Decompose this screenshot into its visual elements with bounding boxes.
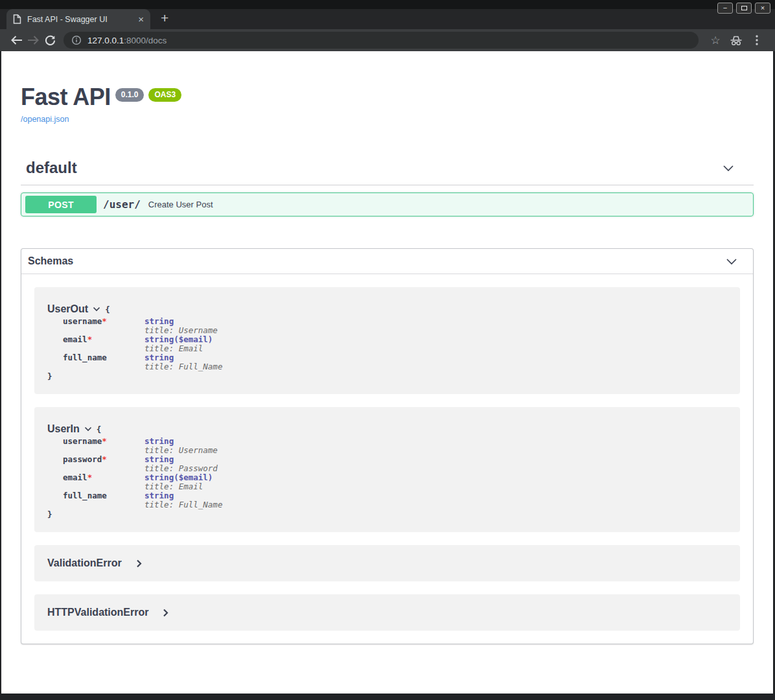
page-info-icon[interactable] — [71, 35, 82, 45]
tab-title: Fast API - Swagger UI — [27, 15, 132, 24]
model-validationerror[interactable]: ValidationError — [34, 545, 740, 581]
close-icon: × — [761, 5, 765, 12]
property-row: email* string($email)title: Email — [47, 473, 222, 491]
model-userin-header[interactable]: UserIn { — [47, 423, 727, 435]
reload-icon[interactable] — [41, 35, 58, 46]
schemas-title: Schemas — [28, 255, 73, 267]
property-name: username — [63, 316, 102, 326]
chevron-down-icon[interactable] — [726, 258, 737, 265]
model-properties: username* stringtitle: Username password… — [47, 437, 222, 509]
incognito-icon — [726, 35, 746, 46]
new-tab-button[interactable]: + — [161, 10, 168, 26]
model-userout-header[interactable]: UserOut { — [47, 303, 727, 315]
property-name: full_name — [63, 491, 107, 500]
oas3-badge: OAS3 — [148, 88, 181, 102]
window-titlebar: − × — [0, 0, 775, 9]
property-name: full_name — [63, 353, 107, 362]
tag-title: default — [26, 159, 77, 177]
schemas-header[interactable]: Schemas — [21, 249, 753, 274]
property-name: email — [63, 334, 87, 344]
operation-path: /user/ — [103, 198, 141, 211]
property-row: full_name stringtitle: Full_Name — [47, 353, 222, 371]
forward-icon[interactable] — [25, 35, 41, 45]
open-brace: { — [105, 305, 110, 314]
property-type: string($email) — [145, 335, 222, 344]
version-badge: 0.1.0 — [115, 88, 145, 102]
browser-viewport: Fast API0.1.0OAS3 /openapi.json default … — [0, 51, 775, 694]
model-userout: UserOut { username* stringtitle: Usernam… — [34, 287, 740, 394]
model-name: HTTPValidationError — [47, 607, 148, 618]
chevron-down-icon[interactable] — [84, 426, 92, 432]
tab-close-icon[interactable]: × — [138, 14, 144, 25]
property-type: string — [145, 437, 222, 446]
chevron-right-icon[interactable] — [163, 609, 168, 617]
required-star: * — [102, 316, 107, 326]
required-star: * — [102, 454, 107, 464]
model-name: UserIn — [47, 423, 80, 435]
property-row: email* string($email)title: Email — [47, 335, 222, 353]
swagger-page: Fast API0.1.0OAS3 /openapi.json default … — [1, 51, 773, 644]
api-info-section: Fast API0.1.0OAS3 /openapi.json — [21, 51, 754, 124]
property-type: string — [145, 455, 222, 464]
model-name: ValidationError — [47, 557, 122, 569]
property-type: string — [145, 491, 222, 500]
schemas-body: UserOut { username* stringtitle: Usernam… — [21, 274, 753, 644]
url-text: 127.0.0.1:8000/docs — [87, 36, 167, 45]
property-type: string — [145, 353, 222, 362]
menu-icon[interactable] — [746, 35, 767, 45]
property-title: title: Email — [145, 482, 222, 491]
model-userin: UserIn { username* stringtitle: Username… — [34, 407, 740, 532]
open-brace: { — [97, 425, 102, 434]
property-name: password — [63, 454, 102, 464]
property-title: title: Password — [145, 464, 222, 473]
maximize-button[interactable] — [736, 3, 752, 14]
property-row: username* stringtitle: Username — [47, 317, 222, 335]
document-icon — [13, 14, 21, 24]
schemas-section: Schemas UserOut { — [21, 248, 754, 644]
url-path: :8000/docs — [124, 36, 167, 45]
property-title: title: Full_Name — [145, 362, 222, 371]
required-star: * — [87, 472, 93, 482]
operation-summary: Create User Post — [148, 200, 213, 209]
minimize-icon: − — [723, 5, 727, 12]
property-title: title: Username — [145, 446, 222, 455]
post-method-button[interactable]: POST — [25, 196, 97, 213]
tag-section-default[interactable]: default — [21, 159, 754, 185]
minimize-button[interactable]: − — [717, 3, 733, 14]
page-title: Fast API — [21, 84, 111, 111]
close-brace: } — [47, 509, 727, 519]
property-type: string($email) — [145, 473, 222, 482]
property-row: password* stringtitle: Password — [47, 455, 222, 473]
property-row: username* stringtitle: Username — [47, 437, 222, 455]
browser-tab[interactable]: Fast API - Swagger UI × — [6, 9, 150, 29]
property-row: full_name stringtitle: Full_Name — [47, 491, 222, 509]
model-properties: username* stringtitle: Username email* s… — [47, 317, 222, 371]
close-button[interactable]: × — [755, 3, 770, 14]
chevron-down-icon[interactable] — [723, 165, 734, 172]
chevron-down-icon[interactable] — [93, 307, 100, 312]
window-bottom-edge — [0, 694, 775, 700]
required-star: * — [102, 436, 107, 446]
property-name: username — [63, 436, 102, 446]
required-star: * — [87, 334, 93, 344]
property-type: string — [145, 317, 222, 326]
close-brace: } — [47, 371, 727, 381]
property-title: title: Username — [145, 326, 222, 335]
chevron-right-icon[interactable] — [136, 559, 142, 568]
openapi-spec-link[interactable]: /openapi.json — [21, 115, 754, 124]
opblock-post-user[interactable]: POST /user/ Create User Post — [21, 192, 754, 216]
tab-strip: Fast API - Swagger UI × + — [0, 9, 775, 29]
back-icon[interactable] — [8, 35, 25, 45]
model-name: UserOut — [47, 303, 88, 315]
property-title: title: Email — [145, 344, 222, 353]
model-httpvalidationerror[interactable]: HTTPValidationError — [34, 594, 740, 631]
url-host: 127.0.0.1 — [87, 36, 124, 45]
property-name: email — [63, 472, 87, 482]
browser-toolbar: 127.0.0.1:8000/docs ☆ — [0, 29, 775, 51]
window-controls: − × — [717, 3, 770, 14]
maximize-icon — [741, 6, 747, 10]
bookmark-star-icon[interactable]: ☆ — [705, 34, 726, 47]
address-bar[interactable]: 127.0.0.1:8000/docs — [64, 32, 699, 49]
property-title: title: Full_Name — [145, 500, 222, 509]
